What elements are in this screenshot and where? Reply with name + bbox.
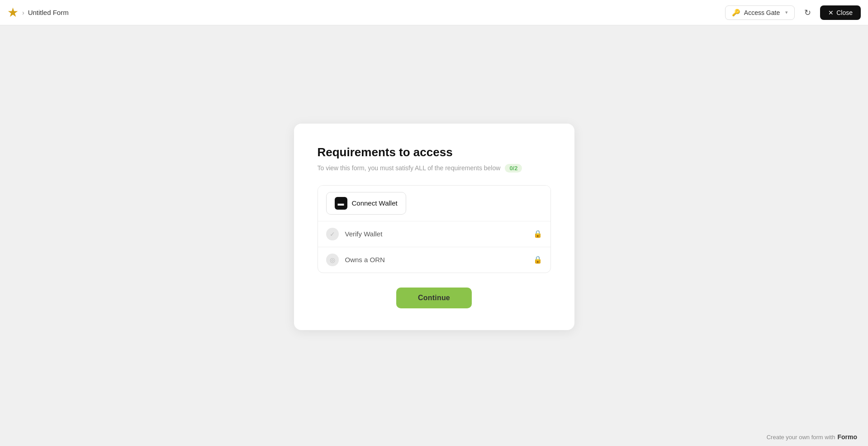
- header-left: ★ › Untitled Form: [7, 6, 721, 19]
- owns-orn-row: ◎ Owns a ORN 🔒: [318, 247, 550, 273]
- modal-title: Requirements to access: [318, 145, 551, 159]
- access-gate-button[interactable]: 🔑 Access Gate ▾: [725, 5, 795, 20]
- chevron-down-icon: ▾: [785, 10, 788, 15]
- key-icon: 🔑: [732, 9, 740, 17]
- requirements-modal: Requirements to access To view this form…: [294, 124, 574, 330]
- verify-wallet-row: ✓ Verify Wallet 🔒: [318, 221, 550, 247]
- breadcrumb-chevron-icon: ›: [22, 9, 24, 16]
- owns-orn-label: Owns a ORN: [345, 256, 533, 264]
- access-gate-label: Access Gate: [744, 9, 780, 16]
- header: ★ › Untitled Form 🔑 Access Gate ▾ ↻ ✕ Cl…: [0, 0, 868, 25]
- close-x-icon: ✕: [828, 9, 834, 16]
- refresh-icon: ↻: [804, 8, 811, 18]
- verify-wallet-icon: ✓: [326, 228, 339, 240]
- owns-orn-lock-icon: 🔒: [533, 255, 542, 264]
- continue-wrapper: Continue: [318, 288, 551, 308]
- connect-wallet-label: Connect Wallet: [352, 199, 398, 207]
- modal-subtitle-row: To view this form, you must satisfy ALL …: [318, 164, 551, 173]
- continue-button[interactable]: Continue: [396, 288, 472, 308]
- footer: Create your own form with Formo: [0, 428, 868, 446]
- breadcrumb-title: Untitled Form: [28, 9, 69, 16]
- main-content: Requirements to access To view this form…: [0, 25, 868, 428]
- owns-orn-icon: ◎: [326, 254, 339, 266]
- progress-badge: 0/2: [505, 164, 522, 173]
- close-button[interactable]: ✕ Close: [820, 5, 861, 20]
- footer-brand: Formo: [837, 433, 857, 441]
- requirements-list: ▬ Connect Wallet ✓ Verify Wallet 🔒 ◎ Own…: [318, 185, 551, 273]
- connect-wallet-item: ▬ Connect Wallet: [318, 186, 550, 221]
- close-label: Close: [836, 9, 853, 16]
- modal-subtitle: To view this form, you must satisfy ALL …: [318, 164, 501, 172]
- logo-star-icon: ★: [7, 6, 19, 19]
- refresh-button[interactable]: ↻: [799, 5, 816, 21]
- footer-text: Create your own form with: [767, 434, 835, 441]
- header-right: 🔑 Access Gate ▾ ↻ ✕ Close: [725, 5, 861, 21]
- verify-wallet-lock-icon: 🔒: [533, 230, 542, 239]
- connect-wallet-button[interactable]: ▬ Connect Wallet: [326, 192, 406, 215]
- wallet-icon: ▬: [335, 197, 347, 210]
- verify-wallet-label: Verify Wallet: [345, 230, 533, 238]
